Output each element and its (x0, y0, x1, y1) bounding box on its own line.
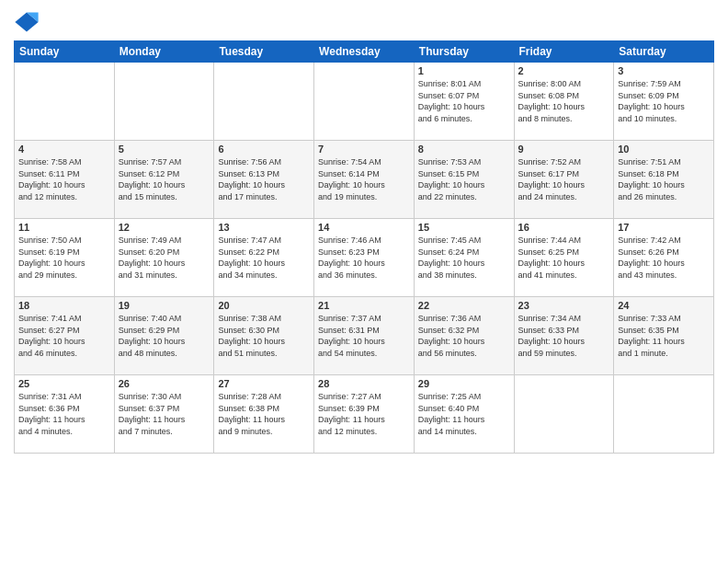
day-number: 15 (418, 222, 510, 233)
day-number: 14 (318, 222, 410, 233)
logo-icon (14, 9, 40, 35)
calendar-cell: 2Sunrise: 8:00 AM Sunset: 6:08 PM Daylig… (514, 63, 614, 141)
day-number: 16 (518, 222, 610, 233)
calendar-table: SundayMondayTuesdayWednesdayThursdayFrid… (14, 40, 714, 454)
day-info: Sunrise: 8:00 AM Sunset: 6:08 PM Dayligh… (518, 78, 610, 124)
day-info: Sunrise: 7:37 AM Sunset: 6:31 PM Dayligh… (318, 313, 410, 359)
day-number: 24 (618, 300, 710, 311)
column-header-saturday: Saturday (614, 41, 714, 63)
column-header-friday: Friday (514, 41, 614, 63)
day-number: 26 (119, 378, 210, 389)
calendar-cell: 28Sunrise: 7:27 AM Sunset: 6:39 PM Dayli… (314, 375, 415, 454)
calendar-cell (214, 63, 314, 141)
day-info: Sunrise: 7:41 AM Sunset: 6:27 PM Dayligh… (18, 313, 110, 359)
day-info: Sunrise: 7:44 AM Sunset: 6:25 PM Dayligh… (518, 235, 610, 281)
calendar-cell: 16Sunrise: 7:44 AM Sunset: 6:25 PM Dayli… (514, 219, 614, 297)
day-info: Sunrise: 7:27 AM Sunset: 6:39 PM Dayligh… (318, 391, 410, 437)
day-number: 9 (518, 144, 610, 155)
day-number: 11 (18, 222, 110, 233)
day-number: 1 (418, 65, 510, 76)
calendar-week-row: 4Sunrise: 7:58 AM Sunset: 6:11 PM Daylig… (15, 141, 714, 219)
calendar-cell: 13Sunrise: 7:47 AM Sunset: 6:22 PM Dayli… (214, 219, 314, 297)
calendar-week-row: 1Sunrise: 8:01 AM Sunset: 6:07 PM Daylig… (15, 63, 714, 141)
calendar-cell: 18Sunrise: 7:41 AM Sunset: 6:27 PM Dayli… (15, 297, 115, 375)
day-number: 23 (518, 300, 610, 311)
day-info: Sunrise: 7:28 AM Sunset: 6:38 PM Dayligh… (218, 391, 310, 437)
day-info: Sunrise: 7:47 AM Sunset: 6:22 PM Dayligh… (218, 235, 310, 281)
day-info: Sunrise: 7:56 AM Sunset: 6:13 PM Dayligh… (218, 156, 310, 202)
day-info: Sunrise: 7:33 AM Sunset: 6:35 PM Dayligh… (618, 313, 710, 359)
day-number: 27 (218, 378, 310, 389)
day-info: Sunrise: 7:46 AM Sunset: 6:23 PM Dayligh… (318, 235, 410, 281)
header (14, 9, 714, 35)
calendar-cell: 23Sunrise: 7:34 AM Sunset: 6:33 PM Dayli… (514, 297, 614, 375)
calendar-cell: 3Sunrise: 7:59 AM Sunset: 6:09 PM Daylig… (614, 63, 714, 141)
day-number: 21 (318, 300, 410, 311)
day-number: 17 (618, 222, 710, 233)
day-number: 28 (318, 378, 410, 389)
day-info: Sunrise: 7:57 AM Sunset: 6:12 PM Dayligh… (119, 156, 210, 202)
day-number: 5 (119, 144, 210, 155)
day-info: Sunrise: 7:30 AM Sunset: 6:37 PM Dayligh… (119, 391, 210, 437)
calendar-week-row: 11Sunrise: 7:50 AM Sunset: 6:19 PM Dayli… (15, 219, 714, 297)
day-info: Sunrise: 7:49 AM Sunset: 6:20 PM Dayligh… (119, 235, 210, 281)
calendar-cell (514, 375, 614, 454)
day-number: 3 (618, 65, 710, 76)
day-number: 22 (418, 300, 510, 311)
calendar-cell (314, 63, 415, 141)
day-info: Sunrise: 7:31 AM Sunset: 6:36 PM Dayligh… (18, 391, 110, 437)
calendar-cell: 29Sunrise: 7:25 AM Sunset: 6:40 PM Dayli… (414, 375, 514, 454)
calendar-cell: 5Sunrise: 7:57 AM Sunset: 6:12 PM Daylig… (114, 141, 214, 219)
day-number: 7 (318, 144, 410, 155)
day-info: Sunrise: 7:34 AM Sunset: 6:33 PM Dayligh… (518, 313, 610, 359)
calendar-cell: 14Sunrise: 7:46 AM Sunset: 6:23 PM Dayli… (314, 219, 415, 297)
calendar-header-row: SundayMondayTuesdayWednesdayThursdayFrid… (15, 41, 714, 63)
day-info: Sunrise: 7:38 AM Sunset: 6:30 PM Dayligh… (218, 313, 310, 359)
column-header-sunday: Sunday (15, 41, 115, 63)
column-header-thursday: Thursday (414, 41, 514, 63)
column-header-tuesday: Tuesday (214, 41, 314, 63)
day-number: 8 (418, 144, 510, 155)
calendar-cell: 17Sunrise: 7:42 AM Sunset: 6:26 PM Dayli… (614, 219, 714, 297)
calendar-cell: 25Sunrise: 7:31 AM Sunset: 6:36 PM Dayli… (15, 375, 115, 454)
day-info: Sunrise: 7:25 AM Sunset: 6:40 PM Dayligh… (418, 391, 510, 437)
calendar-cell: 8Sunrise: 7:53 AM Sunset: 6:15 PM Daylig… (414, 141, 514, 219)
day-number: 2 (518, 65, 610, 76)
day-info: Sunrise: 8:01 AM Sunset: 6:07 PM Dayligh… (418, 78, 510, 124)
calendar-cell: 12Sunrise: 7:49 AM Sunset: 6:20 PM Dayli… (114, 219, 214, 297)
calendar-cell: 7Sunrise: 7:54 AM Sunset: 6:14 PM Daylig… (314, 141, 415, 219)
day-number: 6 (218, 144, 310, 155)
day-info: Sunrise: 7:59 AM Sunset: 6:09 PM Dayligh… (618, 78, 710, 124)
day-number: 4 (18, 144, 110, 155)
day-info: Sunrise: 7:40 AM Sunset: 6:29 PM Dayligh… (119, 313, 210, 359)
calendar-cell: 11Sunrise: 7:50 AM Sunset: 6:19 PM Dayli… (15, 219, 115, 297)
calendar-cell: 21Sunrise: 7:37 AM Sunset: 6:31 PM Dayli… (314, 297, 415, 375)
day-info: Sunrise: 7:52 AM Sunset: 6:17 PM Dayligh… (518, 156, 610, 202)
day-number: 10 (618, 144, 710, 155)
day-number: 19 (119, 300, 210, 311)
calendar-cell: 27Sunrise: 7:28 AM Sunset: 6:38 PM Dayli… (214, 375, 314, 454)
calendar-cell: 26Sunrise: 7:30 AM Sunset: 6:37 PM Dayli… (114, 375, 214, 454)
day-info: Sunrise: 7:51 AM Sunset: 6:18 PM Dayligh… (618, 156, 710, 202)
calendar-week-row: 25Sunrise: 7:31 AM Sunset: 6:36 PM Dayli… (15, 375, 714, 454)
day-info: Sunrise: 7:54 AM Sunset: 6:14 PM Dayligh… (318, 156, 410, 202)
calendar-cell: 20Sunrise: 7:38 AM Sunset: 6:30 PM Dayli… (214, 297, 314, 375)
day-number: 13 (218, 222, 310, 233)
calendar-cell: 9Sunrise: 7:52 AM Sunset: 6:17 PM Daylig… (514, 141, 614, 219)
calendar-cell (15, 63, 115, 141)
calendar-cell: 15Sunrise: 7:45 AM Sunset: 6:24 PM Dayli… (414, 219, 514, 297)
day-info: Sunrise: 7:45 AM Sunset: 6:24 PM Dayligh… (418, 235, 510, 281)
calendar-cell (614, 375, 714, 454)
calendar-cell: 1Sunrise: 8:01 AM Sunset: 6:07 PM Daylig… (414, 63, 514, 141)
calendar-cell: 22Sunrise: 7:36 AM Sunset: 6:32 PM Dayli… (414, 297, 514, 375)
calendar-week-row: 18Sunrise: 7:41 AM Sunset: 6:27 PM Dayli… (15, 297, 714, 375)
day-info: Sunrise: 7:53 AM Sunset: 6:15 PM Dayligh… (418, 156, 510, 202)
day-number: 20 (218, 300, 310, 311)
day-number: 12 (119, 222, 210, 233)
page-container: SundayMondayTuesdayWednesdayThursdayFrid… (0, 0, 728, 463)
calendar-cell: 4Sunrise: 7:58 AM Sunset: 6:11 PM Daylig… (15, 141, 115, 219)
calendar-cell: 10Sunrise: 7:51 AM Sunset: 6:18 PM Dayli… (614, 141, 714, 219)
day-info: Sunrise: 7:36 AM Sunset: 6:32 PM Dayligh… (418, 313, 510, 359)
day-number: 29 (418, 378, 510, 389)
day-info: Sunrise: 7:50 AM Sunset: 6:19 PM Dayligh… (18, 235, 110, 281)
